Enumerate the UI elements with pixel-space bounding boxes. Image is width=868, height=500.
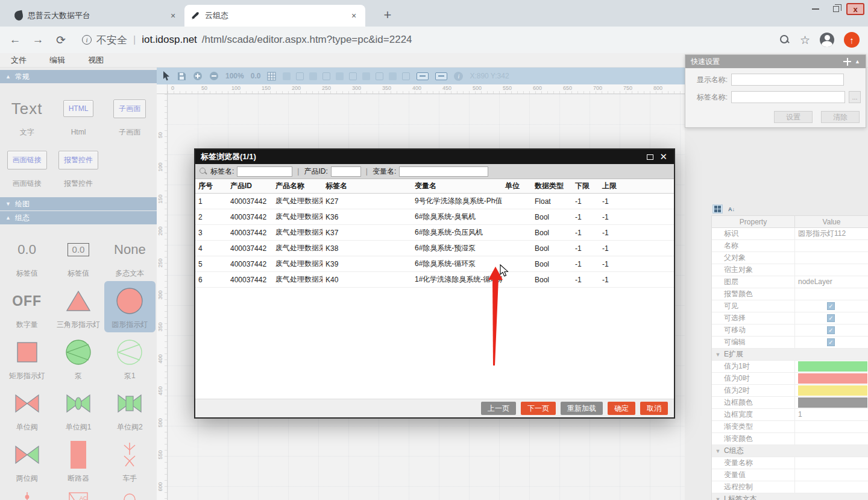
- collapse-arrow-icon[interactable]: ▲: [855, 59, 860, 65]
- checkbox[interactable]: ✓: [827, 338, 835, 346]
- product-id-filter-input[interactable]: [331, 166, 361, 177]
- col-header[interactable]: 单位: [502, 179, 532, 194]
- collapse-arrow-icon[interactable]: ▼: [712, 352, 724, 358]
- property-value[interactable]: ✓: [795, 324, 868, 336]
- property-value[interactable]: [795, 385, 868, 396]
- menu-file[interactable]: 文件: [11, 55, 27, 66]
- search-icon[interactable]: [779, 34, 790, 45]
- zoom-region-icon[interactable]: [296, 72, 304, 80]
- property-value[interactable]: ✓: [795, 337, 868, 348]
- collapse-arrow-icon[interactable]: ▼: [712, 496, 724, 500]
- collapse-arrow-icon[interactable]: ▼: [712, 448, 724, 454]
- tag-name-filter-input[interactable]: [237, 166, 292, 177]
- pin-icon[interactable]: [843, 58, 851, 66]
- menu-edit[interactable]: 编辑: [49, 55, 65, 66]
- property-value[interactable]: [795, 421, 868, 432]
- paste-icon[interactable]: [283, 72, 291, 80]
- browse-tags-button[interactable]: ...: [849, 91, 861, 103]
- info-icon[interactable]: i: [82, 35, 92, 45]
- back-icon[interactable]: ←: [8, 33, 22, 46]
- property-value[interactable]: ✓: [795, 312, 868, 324]
- col-header[interactable]: 标签名: [322, 179, 412, 194]
- checkbox[interactable]: ✓: [827, 326, 835, 334]
- property-value[interactable]: nodeLayer: [795, 276, 868, 288]
- palette-item-alarm-control[interactable]: 报警控件 报警控件: [52, 140, 104, 191]
- property-group-row[interactable]: ▼C组态: [712, 445, 868, 457]
- url-field[interactable]: i 不安全 | iot.idosp.net/html/scada/editor.…: [82, 33, 770, 47]
- tag-name-input[interactable]: [731, 91, 845, 103]
- table-row[interactable]: 2400037442废气处理数据采K366#除臭系统-臭氧机Bool-1-1: [195, 209, 674, 225]
- tab-close-icon[interactable]: ×: [168, 11, 178, 21]
- col-header[interactable]: 变量名: [412, 179, 502, 194]
- align-left-icon[interactable]: [309, 72, 317, 80]
- palette-item-pump[interactable]: 泵: [52, 332, 104, 384]
- align-top-icon[interactable]: [349, 72, 357, 80]
- palette-item-html[interactable]: HTML Html: [52, 89, 104, 140]
- palette-item-bt[interactable]: BT: [104, 486, 156, 500]
- property-row[interactable]: 报警颜色: [712, 288, 868, 300]
- browser-tab-1[interactable]: 思普云大数据平台 ×: [8, 5, 184, 27]
- property-group-row[interactable]: ▼L标签文本: [712, 493, 868, 500]
- property-row[interactable]: 渐变颜色: [712, 433, 868, 445]
- cancel-button[interactable]: 取消: [640, 402, 668, 415]
- property-row[interactable]: 可选择✓: [712, 312, 868, 324]
- section-header-scada[interactable]: ▲ 组态: [0, 211, 157, 224]
- distribute-h-icon[interactable]: [389, 72, 397, 80]
- palette-item-valve1[interactable]: 单位阀1: [52, 384, 104, 435]
- property-value[interactable]: [795, 373, 868, 384]
- property-value[interactable]: [795, 240, 868, 252]
- palette-item-knife-switch[interactable]: 刀闸: [1, 486, 52, 500]
- grid-toggle-icon[interactable]: [267, 71, 276, 81]
- palette-item-circle-indicator-selected[interactable]: 圆形指示灯: [104, 281, 156, 332]
- color-swatch[interactable]: [798, 397, 867, 408]
- palette-item-two-way-valve[interactable]: 两位阀: [1, 435, 52, 486]
- property-row[interactable]: 变量值: [712, 469, 868, 481]
- palette-item-valve[interactable]: 单位阀: [1, 384, 52, 435]
- clear-button[interactable]: 清除: [821, 111, 860, 123]
- property-row[interactable]: 边框颜色: [712, 397, 868, 409]
- property-row[interactable]: 可编辑✓: [712, 337, 868, 349]
- property-row[interactable]: 图层nodeLayer: [712, 276, 868, 288]
- property-column-header[interactable]: Property: [712, 216, 795, 227]
- palette-item-pump1[interactable]: 泵1: [104, 332, 156, 384]
- align-middle-icon[interactable]: [362, 72, 370, 80]
- property-value[interactable]: [795, 397, 868, 408]
- property-row[interactable]: 宿主对象: [712, 264, 868, 276]
- minimize-button[interactable]: [805, 1, 826, 17]
- property-value[interactable]: [795, 433, 868, 445]
- palette-item-multistate-text[interactable]: None 多态文本: [104, 230, 156, 281]
- property-row[interactable]: 可移动✓: [712, 324, 868, 337]
- display-name-input[interactable]: [731, 74, 844, 86]
- new-tab-button[interactable]: +: [379, 6, 397, 24]
- property-row[interactable]: 远程控制: [712, 481, 868, 493]
- bookmark-star-icon[interactable]: ☆: [800, 33, 810, 47]
- table-row[interactable]: 6400037442废气处理数据采K401#化学洗涤除臭系统-循环泵Bool-1…: [195, 272, 674, 288]
- variable-name-filter-input[interactable]: [399, 166, 488, 177]
- help-info-icon[interactable]: i: [454, 72, 463, 81]
- property-row[interactable]: 渐变类型: [712, 421, 868, 433]
- value-column-header[interactable]: Value: [795, 216, 868, 227]
- zoom-in-icon[interactable]: [193, 71, 203, 81]
- property-value[interactable]: [795, 481, 868, 493]
- palette-item-text[interactable]: Text 文字: [1, 89, 52, 140]
- align-center-icon[interactable]: [322, 72, 330, 80]
- keyboard2-icon[interactable]: [435, 72, 447, 80]
- palette-item-triangle-indicator[interactable]: 三角形指示灯: [52, 281, 104, 332]
- property-value[interactable]: [795, 264, 868, 276]
- property-value[interactable]: [795, 361, 868, 372]
- palette-item-screen-link[interactable]: 画面链接 画面链接: [1, 140, 52, 191]
- next-page-button[interactable]: 下一页: [521, 402, 556, 415]
- property-group-row[interactable]: ▼E扩展: [712, 349, 868, 361]
- col-header[interactable]: 下限: [572, 179, 599, 194]
- browser-update-icon[interactable]: ↑: [844, 32, 860, 48]
- reload-button[interactable]: 重新加载: [561, 402, 603, 415]
- profile-avatar[interactable]: [820, 33, 834, 47]
- property-row[interactable]: 可见✓: [712, 300, 868, 312]
- property-row[interactable]: 值为1时: [712, 361, 868, 373]
- col-header[interactable]: 数据类型: [532, 179, 572, 194]
- dialog-title-bar[interactable]: 标签浏览器(1/1) ✕: [195, 150, 674, 164]
- col-header[interactable]: 产品名称: [272, 179, 322, 194]
- prev-page-button[interactable]: 上一页: [481, 402, 516, 415]
- property-value[interactable]: ✓: [795, 300, 868, 312]
- col-header[interactable]: 上限: [599, 179, 628, 194]
